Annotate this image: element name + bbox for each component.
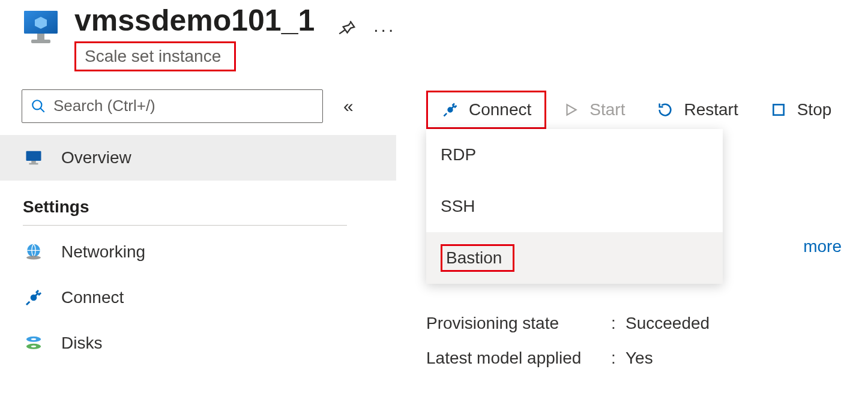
page-title: vmssdemo101_1 (74, 5, 315, 37)
play-icon (562, 101, 580, 119)
detail-label: Latest model applied (426, 349, 611, 368)
sidebar-item-label: Connect (61, 288, 124, 307)
detail-label: Provisioning state (426, 314, 611, 333)
more-icon[interactable]: ··· (373, 19, 396, 40)
sidebar-item-overview[interactable]: Overview (0, 135, 396, 181)
start-button: Start (546, 91, 640, 129)
svg-line-6 (40, 108, 44, 112)
svg-marker-18 (567, 104, 576, 115)
dropdown-label: SSH (441, 197, 475, 215)
action-label: Start (589, 100, 625, 119)
svg-point-16 (31, 345, 37, 347)
vm-instance-icon (22, 8, 60, 47)
details-section: Provisioning state : Succeeded Latest mo… (426, 314, 868, 368)
disks-icon (23, 332, 44, 354)
svg-point-5 (32, 100, 41, 109)
connect-button[interactable]: Connect (426, 91, 546, 129)
search-input[interactable] (53, 97, 314, 115)
sidebar-item-label: Networking (61, 242, 145, 262)
sidebar-item-networking[interactable]: Networking (0, 229, 396, 275)
action-label: Stop (797, 100, 832, 119)
detail-value: Yes (625, 349, 653, 368)
dropdown-label: RDP (441, 145, 476, 164)
svg-rect-9 (29, 163, 38, 164)
svg-rect-8 (31, 161, 36, 163)
connect-dropdown: RDP SSH Bastion (426, 129, 723, 284)
page-header: vmssdemo101_1 Scale set instance ··· (0, 0, 868, 71)
svg-rect-19 (773, 104, 783, 115)
sidebar-section-settings: Settings (0, 181, 396, 223)
see-more-link[interactable]: more (803, 237, 842, 256)
plug-icon (441, 101, 459, 119)
pin-icon[interactable] (336, 18, 357, 41)
restart-button[interactable]: Restart (640, 91, 753, 129)
detail-row-latest-model: Latest model applied : Yes (426, 349, 868, 368)
globe-icon (23, 241, 44, 263)
dropdown-label: Bastion (446, 248, 502, 267)
svg-point-14 (31, 338, 37, 340)
stop-icon (770, 101, 788, 119)
divider (23, 225, 347, 226)
action-bar: Connect Start Restart (426, 91, 868, 129)
svg-rect-4 (31, 40, 50, 43)
resource-type-label: Scale set instance (74, 41, 236, 71)
sidebar-item-label: Overview (61, 148, 131, 167)
restart-icon (656, 101, 674, 119)
main-panel: Connect Start Restart (396, 89, 868, 383)
sidebar: « Overview Settings (0, 89, 396, 383)
sidebar-item-disks[interactable]: Disks (0, 320, 396, 366)
search-icon (31, 98, 46, 114)
stop-button[interactable]: Stop (754, 91, 848, 129)
action-label: Restart (684, 100, 738, 119)
plug-icon (23, 287, 44, 308)
monitor-icon (23, 147, 44, 169)
dropdown-item-bastion[interactable]: Bastion (426, 232, 723, 284)
dropdown-item-ssh[interactable]: SSH (426, 181, 723, 232)
action-label: Connect (469, 100, 531, 119)
detail-value: Succeeded (625, 314, 710, 333)
sidebar-item-label: Disks (61, 334, 102, 353)
detail-row-provisioning: Provisioning state : Succeeded (426, 314, 868, 333)
svg-rect-3 (37, 34, 44, 40)
sidebar-item-connect[interactable]: Connect (0, 275, 396, 320)
svg-point-11 (26, 256, 41, 259)
collapse-sidebar-button[interactable]: « (343, 97, 354, 115)
svg-rect-7 (26, 151, 41, 160)
search-box[interactable] (22, 89, 323, 123)
dropdown-item-rdp[interactable]: RDP (426, 129, 723, 181)
